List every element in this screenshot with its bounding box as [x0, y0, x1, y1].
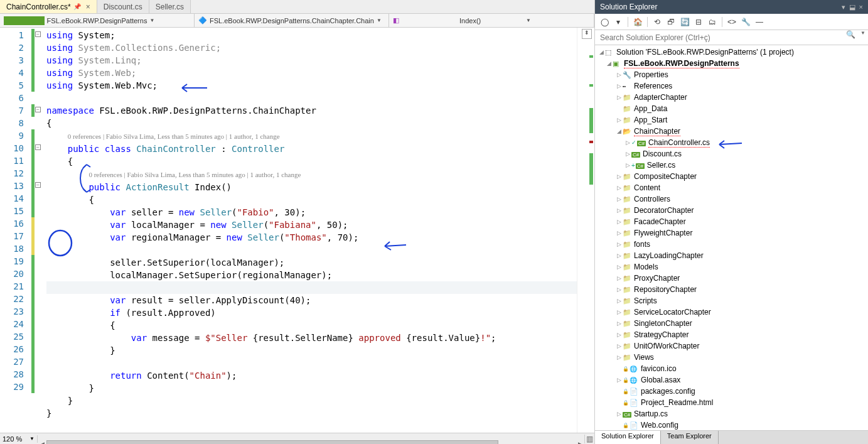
tree-node[interactable]: 🔒📄packages.config: [595, 386, 868, 397]
tree-node[interactable]: ▷C#Discount.cs: [595, 148, 868, 160]
expander-icon[interactable]: ▷: [615, 354, 623, 360]
scroll-right-icon[interactable]: ▶: [576, 439, 584, 445]
preview-icon[interactable]: —: [754, 16, 765, 28]
fold-toggle[interactable]: −: [35, 182, 41, 188]
expander-icon[interactable]: ▷: [615, 117, 623, 123]
expander-icon[interactable]: ▷: [615, 173, 623, 180]
tree-node[interactable]: ▷🔧Properties: [595, 69, 868, 80]
expander-icon[interactable]: ▷: [615, 320, 623, 327]
tree-node[interactable]: ▷📁StrategyChapter: [595, 329, 868, 340]
tab-chaincontroller[interactable]: ChainController.cs* 📌 ×: [0, 0, 97, 13]
show-all-files-icon[interactable]: 🗂: [707, 16, 718, 28]
tree-node[interactable]: 📁App_Data: [595, 103, 868, 114]
pin-icon[interactable]: 📌: [73, 3, 81, 10]
tree-node[interactable]: ▷📁RepositoryChapter: [595, 284, 868, 295]
tree-node[interactable]: ▷📁UnitOfWorkChapter: [595, 340, 868, 352]
expander-icon[interactable]: ◢: [597, 49, 605, 55]
sync-icon[interactable]: ⟲: [651, 16, 663, 28]
tree-node[interactable]: ▷✓C#ChainController.cs: [595, 137, 868, 148]
fold-toggle[interactable]: −: [35, 31, 41, 37]
pending-changes-icon[interactable]: 🗗: [665, 16, 677, 28]
split-editor-icon[interactable]: ▥: [584, 435, 594, 443]
nav-project[interactable]: FSL.eBook.RWP.DesignPatterns ▼: [0, 14, 195, 27]
tree-node[interactable]: ▷📁Content: [595, 182, 868, 193]
expander-icon[interactable]: ▷: [615, 309, 623, 315]
tree-node[interactable]: ◢📂ChainChapter: [595, 126, 868, 137]
expander-icon[interactable]: ▷: [615, 298, 623, 304]
nav-class[interactable]: 🔷 FSL.eBook.RWP.DesignPatterns.ChainChap…: [195, 14, 389, 27]
expander-icon[interactable]: ▷: [615, 343, 623, 349]
expander-icon[interactable]: ▷: [615, 219, 623, 225]
expander-icon[interactable]: ▷: [615, 230, 623, 236]
expander-icon[interactable]: ▷: [624, 162, 631, 168]
refresh-icon[interactable]: 🔄: [679, 16, 690, 28]
tree-node[interactable]: ▷📁fonts: [595, 239, 868, 250]
expander-icon[interactable]: ▷: [615, 196, 623, 202]
tree-node[interactable]: 🔒📄Project_Readme.html: [595, 397, 868, 408]
expander-icon[interactable]: ▷: [615, 411, 623, 417]
close-icon[interactable]: ×: [86, 3, 90, 11]
expander-icon[interactable]: ▷: [624, 151, 631, 157]
scroll-left-icon[interactable]: ◀: [38, 439, 46, 445]
tree-node[interactable]: ▷📁SingletonChapter: [595, 318, 868, 329]
tree-node[interactable]: ▷📁Controllers: [595, 193, 868, 205]
dropdown-icon[interactable]: ▾: [842, 3, 845, 11]
expander-icon[interactable]: ▷: [615, 252, 623, 259]
tree-node[interactable]: ▷📁Scripts: [595, 295, 868, 306]
solution-search-input[interactable]: [595, 30, 843, 45]
tree-node[interactable]: 🔒🌐favicon.ico: [595, 363, 868, 374]
tab-seller[interactable]: Seller.cs: [149, 0, 191, 13]
tree-node[interactable]: ▷▪▪References: [595, 80, 868, 92]
project-node[interactable]: ◢ ▣ FSL.eBook.RWP.DesignPatterns: [595, 58, 868, 69]
tree-node[interactable]: ▷C#Startup.cs: [595, 408, 868, 420]
tree-node[interactable]: ▷📁Views: [595, 352, 868, 363]
expander-icon[interactable]: ▷: [624, 139, 631, 146]
expander-icon[interactable]: ◢: [615, 128, 623, 134]
fold-toggle[interactable]: −: [35, 107, 41, 112]
expander-icon[interactable]: ▷: [615, 185, 623, 191]
forward-icon[interactable]: ▾: [613, 16, 624, 28]
collapse-all-icon[interactable]: ⊟: [693, 16, 704, 28]
expander-icon[interactable]: ▷: [615, 83, 623, 89]
fold-toggle[interactable]: −: [35, 144, 41, 150]
nav-member[interactable]: ◧ Index() ▼: [389, 14, 594, 27]
tab-solution-explorer[interactable]: Solution Explorer: [595, 431, 661, 444]
overview-ruler[interactable]: ⬍: [577, 28, 594, 433]
zoom-selector[interactable]: 120 % ▼: [0, 435, 38, 443]
tree-node[interactable]: ▷+C#Seller.cs: [595, 160, 868, 171]
expander-icon[interactable]: ▷: [615, 275, 623, 281]
expander-icon[interactable]: ◢: [605, 60, 613, 67]
search-icon[interactable]: 🔍: [843, 30, 858, 45]
back-icon[interactable]: ◯: [599, 16, 610, 28]
tree-node[interactable]: ▷📁DecoratorChapter: [595, 205, 868, 216]
tree-node[interactable]: ▷🔒🌐Global.asax: [595, 374, 868, 386]
tree-node[interactable]: ▷📁Models: [595, 261, 868, 273]
expander-icon[interactable]: ▷: [615, 94, 623, 100]
home-icon[interactable]: 🏠: [632, 16, 643, 28]
expander-icon[interactable]: ▷: [615, 207, 623, 214]
expander-icon[interactable]: ▷: [615, 72, 623, 78]
expander-icon[interactable]: ▷: [615, 332, 623, 338]
fold-gutter[interactable]: − − − −: [35, 28, 46, 433]
solution-tree[interactable]: ◢ ⬚ Solution 'FSL.eBook.RWP.DesignPatter…: [595, 45, 868, 430]
properties-icon[interactable]: 🔧: [740, 16, 751, 28]
tree-node[interactable]: ▷📁AdapterChapter: [595, 92, 868, 103]
code-text[interactable]: using System;using System.Collections.Ge…: [46, 28, 577, 433]
expander-icon[interactable]: ▷: [615, 264, 623, 270]
code-editor[interactable]: 1234567891011121314151617181920212223242…: [0, 28, 594, 433]
expander-icon[interactable]: ▷: [615, 241, 623, 247]
solution-node[interactable]: ◢ ⬚ Solution 'FSL.eBook.RWP.DesignPatter…: [595, 46, 868, 58]
tree-node[interactable]: 🔒📄Web.config: [595, 420, 868, 430]
close-icon[interactable]: ×: [859, 3, 863, 11]
tree-node[interactable]: ▷📁CompositeChapter: [595, 171, 868, 182]
tree-node[interactable]: ▷📁LazyLoadingChapter: [595, 250, 868, 261]
tree-node[interactable]: ▷📁FlyweightChapter: [595, 227, 868, 239]
pin-icon[interactable]: ⬓: [849, 3, 855, 11]
tree-node[interactable]: ▷📁FacadeChapter: [595, 216, 868, 227]
chevron-down-icon[interactable]: ▼: [858, 30, 868, 45]
expander-icon[interactable]: ▷: [615, 377, 623, 383]
tree-node[interactable]: ▷📁ServiceLocatorChapter: [595, 306, 868, 318]
scrollbar-thumb[interactable]: [46, 440, 498, 445]
tab-discount[interactable]: Discount.cs: [97, 0, 149, 13]
view-code-icon[interactable]: <>: [726, 16, 737, 28]
